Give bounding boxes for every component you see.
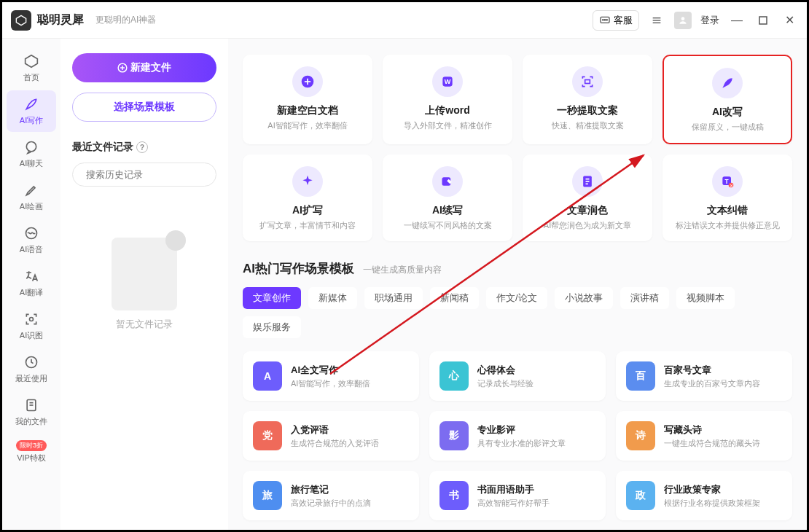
nav-vip[interactable]: 限时3折 VIP特权 (7, 434, 56, 469)
section-title: AI热门写作场景模板 (243, 260, 354, 277)
svg-point-4 (606, 19, 607, 20)
select-template-label: 选择场景模板 (114, 101, 175, 112)
tab-video-script[interactable]: 视频脚本 (676, 287, 735, 309)
tpl-title: AI全文写作 (291, 364, 370, 377)
nav-recent[interactable]: 最近使用 (7, 348, 56, 390)
tpl-icon: 心 (439, 361, 469, 391)
nav-label: VIP特权 (17, 453, 46, 463)
card-new-blank-doc[interactable]: 新建空白文档 AI智能写作，效率翻倍 (243, 55, 372, 144)
tpl-title: 旅行笔记 (291, 483, 371, 496)
minimize-button[interactable]: — (728, 12, 746, 29)
help-icon[interactable]: ? (136, 141, 148, 153)
wave-icon (23, 225, 39, 241)
tpl-ai-full-write[interactable]: A AI全文写作AI智能写作，效率翻倍 (243, 351, 419, 401)
card-title: AI续写 (432, 204, 463, 217)
tpl-title: 行业政策专家 (664, 483, 760, 496)
tpl-desc: 生成专业的百家号文章内容 (664, 378, 760, 389)
translate-icon (23, 268, 39, 284)
feather-icon (23, 96, 39, 112)
nav-ai-write[interactable]: AI写作 (7, 90, 56, 132)
tpl-icon: 政 (626, 481, 655, 510)
search-box[interactable] (72, 163, 216, 187)
card-extract-text[interactable]: 一秒提取文案 快速、精准提取文案 (523, 55, 652, 144)
card-desc: AI帮您润色为成为新文章 (544, 220, 631, 231)
search-input[interactable] (86, 169, 208, 180)
tpl-acrostic-poem[interactable]: 诗 写藏头诗一键生成符合规范的藏头诗 (616, 411, 792, 461)
nav-ai-image-recognition[interactable]: AI识图 (7, 305, 56, 347)
feature-card-grid: 新建空白文档 AI智能写作，效率翻倍 W 上传word 导入外部文件，精准创作 … (243, 55, 792, 241)
empty-illustration-icon (112, 238, 177, 310)
correct-icon: T✕ (712, 166, 743, 197)
tpl-icon: 影 (439, 421, 469, 450)
nav-ai-voice[interactable]: AI语音 (7, 219, 56, 261)
close-button[interactable]: ✕ (781, 12, 798, 29)
svg-text:✕: ✕ (730, 184, 733, 188)
tab-entertainment[interactable]: 娱乐服务 (243, 316, 301, 338)
nav-home[interactable]: 首页 (7, 47, 56, 89)
feather-write-icon (712, 68, 743, 98)
tpl-title: 书面用语助手 (477, 483, 550, 496)
tpl-experience[interactable]: 心 心得体会记录成长与经验 (429, 351, 606, 401)
avatar-placeholder-icon (674, 12, 692, 29)
menu-button[interactable] (648, 12, 665, 29)
tpl-desc: 记录成长与经验 (477, 378, 534, 389)
nav-label: 我的文件 (15, 416, 47, 427)
card-title: 文本纠错 (707, 204, 748, 217)
nav-label: AI绘画 (20, 201, 43, 212)
tpl-party-review[interactable]: 党 入党评语生成符合规范的入党评语 (243, 411, 419, 461)
tab-speech[interactable]: 演讲稿 (620, 287, 669, 309)
card-upload-word[interactable]: W 上传word 导入外部文件，精准创作 (383, 55, 512, 144)
edit-icon (432, 166, 463, 197)
svg-point-3 (604, 19, 605, 20)
tpl-desc: 根据行业名称提供政策框架 (664, 498, 760, 509)
tpl-icon: 书 (439, 481, 469, 510)
svg-text:W: W (445, 78, 451, 85)
tpl-title: 专业影评 (477, 423, 566, 437)
tpl-formal-writing[interactable]: 书 书面用语助手高效智能写作好帮手 (429, 471, 606, 520)
tpl-film-review[interactable]: 影 专业影评具有专业水准的影评文章 (429, 411, 606, 461)
card-ai-rewrite[interactable]: AI改写 保留原义，一键成稿 (663, 55, 792, 144)
tab-novel[interactable]: 小说故事 (555, 287, 613, 309)
card-ai-continue[interactable]: AI续写 一键续写不同风格的文案 (383, 154, 512, 241)
nav-label: AI写作 (20, 115, 43, 126)
app-tagline: 更聪明的AI神器 (95, 14, 156, 26)
titlebar: 聪明灵犀 更聪明的AI神器 客服 登录 — ✕ (2, 2, 807, 39)
tab-essay[interactable]: 作文/论文 (486, 287, 547, 309)
nav-ai-paint[interactable]: AI绘画 (7, 176, 56, 218)
tpl-desc: AI智能写作，效率翻倍 (291, 378, 370, 389)
nav-ai-translate[interactable]: AI翻译 (7, 262, 56, 304)
nav-label: AI翻译 (20, 287, 43, 298)
tab-news[interactable]: 新闻稿 (430, 287, 479, 309)
tab-new-media[interactable]: 新媒体 (308, 287, 357, 309)
card-text-correction[interactable]: T✕ 文本纠错 标注错误文本并提供修正意见 (663, 154, 792, 241)
tpl-desc: 高效智能写作好帮手 (477, 498, 550, 509)
card-desc: 保留原义，一键成稿 (692, 122, 764, 133)
svg-rect-28 (585, 80, 590, 84)
chat-icon (599, 15, 611, 26)
tpl-travel-notes[interactable]: 旅 旅行笔记高效记录旅行中的点滴 (243, 471, 419, 520)
select-template-button[interactable]: 选择场景模板 (72, 93, 216, 122)
tab-article-create[interactable]: 文章创作 (243, 287, 301, 309)
card-ai-expand[interactable]: AI扩写 扩写文章，丰富情节和内容 (243, 154, 372, 241)
tpl-icon: 百 (626, 361, 655, 391)
tab-workplace[interactable]: 职场通用 (364, 287, 423, 309)
card-title: AI改写 (712, 106, 743, 119)
file-icon (23, 397, 39, 413)
recent-files-heading: 最近文件记录 ? (72, 141, 216, 154)
tpl-desc: 生成符合规范的入党评语 (291, 438, 379, 449)
nav-my-files[interactable]: 我的文件 (7, 391, 56, 433)
empty-text: 暂无文件记录 (116, 318, 173, 331)
tpl-baijiahao[interactable]: 百 百家号文章生成专业的百家号文章内容 (616, 351, 792, 401)
customer-service-button[interactable]: 客服 (593, 10, 639, 31)
svg-point-13 (30, 318, 34, 321)
tpl-industry-policy[interactable]: 政 行业政策专家根据行业名称提供政策框架 (616, 471, 792, 520)
card-desc: 导入外部文件，精准创作 (404, 120, 492, 131)
tpl-title: 入党评语 (291, 423, 379, 437)
sidebar: 首页 AI写作 AI聊天 AI绘画 AI语音 AI翻译 AI识图 最近使用 (2, 39, 60, 530)
nav-ai-chat[interactable]: AI聊天 (7, 133, 56, 175)
login-button[interactable]: 登录 (700, 14, 719, 27)
card-polish[interactable]: 文章润色 AI帮您润色为成为新文章 (523, 154, 652, 241)
new-file-button[interactable]: 新建文件 (72, 53, 216, 82)
svg-marker-0 (16, 15, 26, 25)
maximize-button[interactable] (754, 12, 772, 29)
